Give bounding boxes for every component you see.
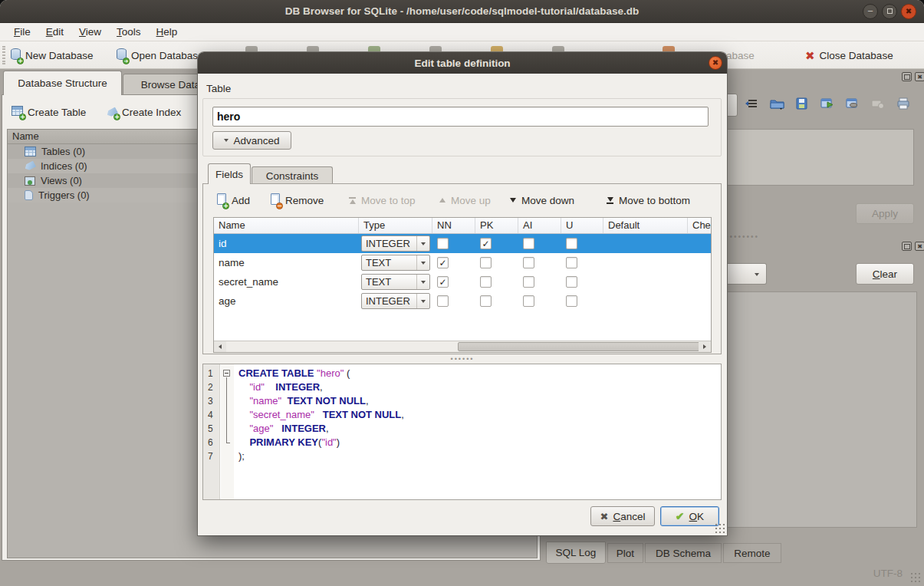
remove-field-icon: − [271, 193, 280, 207]
column-header-default[interactable]: Default [603, 218, 688, 233]
ai-checkbox[interactable] [523, 276, 534, 288]
column-header-name[interactable]: Name [214, 218, 359, 233]
field-u-cell [561, 291, 603, 311]
pk-checkbox[interactable] [480, 276, 492, 288]
remove-button[interactable]: −Remove [271, 190, 324, 210]
column-header-nn[interactable]: NN [432, 218, 475, 233]
type-combobox[interactable]: INTEGER [361, 293, 430, 309]
log-filter-combobox[interactable] [727, 263, 767, 285]
pk-checkbox[interactable] [480, 238, 492, 249]
menu-edit[interactable]: Edit [38, 25, 71, 39]
u-checkbox[interactable] [566, 238, 577, 249]
fold-collapse-icon[interactable] [223, 370, 230, 377]
open-in-window-icon[interactable] [818, 94, 837, 114]
sql-line: 4 "secret_name" TEXT NOT NULL, [203, 408, 721, 422]
minimize-icon[interactable]: ─ [863, 4, 878, 19]
field-row-id[interactable]: idINTEGER [214, 234, 711, 253]
pk-checkbox[interactable] [480, 295, 492, 307]
menu-help[interactable]: Help [149, 25, 186, 39]
ok-button[interactable]: ✔ OK [660, 506, 719, 526]
bottom-tab-remote[interactable]: Remote [723, 543, 781, 563]
horizontal-scrollbar[interactable] [214, 341, 711, 352]
tab-database-structure[interactable]: Database Structure [3, 71, 122, 95]
maximize-icon[interactable] [882, 4, 897, 19]
column-header-type[interactable]: Type [359, 218, 432, 233]
u-checkbox[interactable] [566, 276, 577, 288]
type-combobox[interactable]: TEXT [361, 274, 430, 290]
pk-checkbox[interactable] [480, 257, 492, 268]
print-icon[interactable] [894, 94, 912, 114]
close-database-button[interactable]: ✖Close Database [805, 46, 893, 64]
create-index-button[interactable]: + Create Index [107, 103, 181, 121]
badge-icon: ➜ [123, 58, 130, 64]
tab-label: Database Structure [18, 77, 107, 89]
field-nn-cell [432, 291, 475, 311]
dialog-close-icon[interactable]: ✖ [709, 56, 722, 70]
dock-restore-icon[interactable] [902, 72, 912, 81]
u-checkbox[interactable] [566, 257, 577, 268]
nn-checkbox[interactable] [437, 276, 449, 288]
dock-splitter-handle[interactable]: •••••••• [725, 232, 759, 241]
new-database-button[interactable]: +New Database [11, 46, 94, 64]
type-combobox[interactable]: INTEGER [361, 235, 430, 252]
tab-constraints[interactable]: Constraints [252, 166, 333, 184]
column-header-check[interactable]: Check [688, 218, 712, 233]
u-checkbox[interactable] [566, 295, 577, 307]
import-file-icon[interactable] [768, 94, 786, 114]
nn-checkbox[interactable] [437, 257, 449, 268]
field-ai-cell [518, 291, 561, 311]
advanced-button[interactable]: Advanced [212, 131, 291, 150]
clear-button[interactable]: Clear [856, 263, 914, 285]
scroll-left-icon[interactable] [214, 341, 226, 352]
word-wrap-icon[interactable] [742, 94, 761, 114]
move-bottom-button[interactable]: Move to bottom [607, 190, 690, 210]
fold-marker[interactable] [221, 367, 234, 380]
dock-restore-icon[interactable] [902, 242, 912, 251]
nn-checkbox[interactable] [437, 238, 449, 249]
move-down-button[interactable]: Move down [510, 190, 574, 210]
column-header-ai[interactable]: AI [518, 218, 561, 233]
dialog-splitter-handle[interactable]: •••••• [198, 356, 727, 362]
sql-token: , [320, 381, 323, 393]
dialog-resize-grip[interactable] [715, 523, 725, 534]
partial-toolbar-button[interactable] [725, 94, 738, 117]
ai-checkbox[interactable] [523, 257, 534, 268]
toolbar-drag-handle[interactable] [2, 46, 5, 64]
window-resize-grip[interactable] [910, 572, 921, 583]
bottom-tab-plot[interactable]: Plot [607, 543, 643, 563]
ok-check-icon: ✔ [676, 510, 685, 522]
menu-file[interactable]: File [6, 25, 38, 39]
dialog-titlebar[interactable]: Edit table definition [198, 52, 727, 74]
type-combobox[interactable]: TEXT [361, 255, 430, 271]
bottom-tab-sql-log[interactable]: SQL Log [546, 542, 606, 564]
column-header-u[interactable]: U [561, 218, 603, 233]
set-null-icon[interactable] [869, 94, 887, 114]
field-row-age[interactable]: ageINTEGER [214, 291, 711, 311]
cancel-button[interactable]: ✖ Cancel [590, 506, 655, 526]
sql-preview-editor[interactable]: 1CREATE TABLE "hero" (2 "id" INTEGER,3 "… [202, 364, 722, 500]
ai-checkbox[interactable] [523, 295, 534, 307]
field-row-secret_name[interactable]: secret_nameTEXT [214, 272, 711, 291]
close-icon[interactable]: ✖ [901, 4, 916, 19]
dock-close-icon[interactable] [915, 72, 924, 81]
sql-log-area[interactable] [727, 291, 917, 528]
field-row-name[interactable]: nameTEXT [214, 253, 711, 272]
tab-fields[interactable]: Fields [208, 163, 251, 184]
chevron-down-icon [224, 139, 229, 142]
link-cell-icon[interactable] [843, 94, 862, 114]
ai-checkbox[interactable] [523, 238, 534, 249]
menu-view[interactable]: View [71, 25, 109, 39]
cell-editor-textarea[interactable] [727, 129, 914, 186]
scrollbar-thumb[interactable] [458, 342, 700, 351]
create-table-button[interactable]: + Create Table [12, 103, 86, 121]
menu-tools[interactable]: Tools [109, 25, 149, 39]
bottom-tab-db-schema[interactable]: DB Schema [645, 543, 722, 563]
table-name-input[interactable] [212, 107, 709, 127]
export-file-icon[interactable] [793, 94, 811, 114]
dock-close-icon[interactable] [915, 242, 924, 251]
scroll-right-icon[interactable] [699, 341, 711, 352]
nn-checkbox[interactable] [437, 295, 449, 307]
sql-token [314, 409, 323, 420]
add-button[interactable]: +Add [217, 190, 250, 210]
column-header-pk[interactable]: PK [475, 218, 518, 233]
